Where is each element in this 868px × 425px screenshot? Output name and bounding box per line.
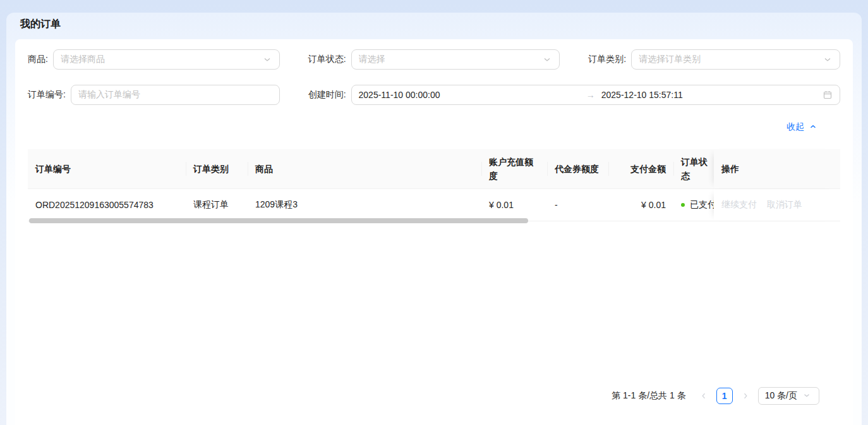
filter-order-status: 订单状态: 请选择 [308,49,560,70]
main-panel: 我的订单 商品: 请选择商品 订单状态: 请选择 [6,13,862,425]
cell-pay-amount: ¥ 0.01 [608,189,673,221]
product-label: 商品: [28,54,48,65]
chevron-down-icon [262,54,272,65]
orders-card: 商品: 请选择商品 订单状态: 请选择 订单类别: [15,39,853,425]
collapse-row: 收起 [15,105,853,133]
col-header-actions: 操作 [714,149,840,188]
order-type-select[interactable]: 请选择订单类别 [631,49,840,70]
page-title: 我的订单 [20,15,61,33]
chevron-down-icon [802,391,812,401]
chevron-up-icon [809,122,819,132]
created-time-range-picker[interactable]: 2025-11-10 00:00:00 → 2025-12-10 15:57:1… [351,85,840,105]
cell-order-no: ORD20251209163005574783 [28,189,186,221]
page-size-select[interactable]: 10 条/页 [758,387,819,405]
order-no-label: 订单编号: [28,89,66,101]
order-no-input[interactable]: 请输入订单编号 [71,85,280,105]
filter-bar: 商品: 请选择商品 订单状态: 请选择 订单类别: [15,39,853,105]
cell-recharge-amount: ¥ 0.01 [481,189,547,221]
next-page-button[interactable] [738,388,753,403]
page-number-button[interactable]: 1 [716,388,733,404]
orders-table: 订单编号 订单类别 商品 账户充值额度 代金券额度 支付金额 订单状态 操作 O… [28,149,840,221]
cell-actions: 继续支付 取消订单 [714,189,840,221]
status-dot-icon [681,203,685,207]
order-type-select-placeholder: 请选择订单类别 [639,54,823,65]
col-header-pay-amount: 支付金额 [608,149,673,188]
product-select[interactable]: 请选择商品 [53,49,280,70]
order-no-input-placeholder: 请输入订单编号 [78,89,272,101]
col-header-order-type: 订单类别 [186,149,248,188]
cell-voucher-amount: - [547,189,608,221]
created-time-label: 创建时间: [308,89,346,101]
prev-page-button[interactable] [696,388,711,403]
order-status-select-placeholder: 请选择 [359,54,543,65]
range-start-value[interactable]: 2025-11-10 00:00:00 [359,90,580,100]
horizontal-scrollbar[interactable] [29,218,528,223]
col-header-voucher-amount: 代金券额度 [547,149,608,188]
cell-product: 1209课程3 [248,189,481,221]
filter-order-type: 订单类别: 请选择订单类别 [588,49,840,70]
collapse-toggle[interactable]: 收起 [787,121,819,133]
filter-product: 商品: 请选择商品 [28,49,280,70]
cell-order-status: 已支付 [673,189,714,221]
collapse-label: 收起 [787,121,804,133]
col-header-recharge-amount: 账户充值额度 [481,149,547,188]
table-header-row: 订单编号 订单类别 商品 账户充值额度 代金券额度 支付金额 订单状态 操作 [28,149,840,189]
order-type-label: 订单类别: [588,54,626,65]
col-header-order-no: 订单编号 [28,149,186,188]
filter-order-no: 订单编号: 请输入订单编号 [28,85,280,105]
col-header-product: 商品 [248,149,481,188]
pagination: 第 1-1 条/总共 1 条 1 10 条/页 [612,386,819,405]
range-arrow-icon: → [580,90,601,100]
filter-created-time: 创建时间: 2025-11-10 00:00:00 → 2025-12-10 1… [308,85,840,105]
continue-pay-button[interactable]: 继续支付 [721,199,757,211]
page-size-value: 10 条/页 [765,390,797,402]
chevron-down-icon [542,54,552,65]
pagination-total: 第 1-1 条/总共 1 条 [612,390,685,402]
order-status-select[interactable]: 请选择 [351,49,560,70]
cell-order-type: 课程订单 [186,189,248,221]
order-status-label: 订单状态: [308,54,346,65]
range-end-value[interactable]: 2025-12-10 15:57:11 [601,90,823,100]
status-badge: 已支付 [690,199,714,211]
col-header-order-status: 订单状态 [673,149,714,188]
table-row: ORD20251209163005574783 课程订单 1209课程3 ¥ 0… [28,189,840,221]
chevron-down-icon [823,54,833,65]
calendar-icon [823,90,833,100]
product-select-placeholder: 请选择商品 [61,54,262,65]
cancel-order-button[interactable]: 取消订单 [767,199,802,211]
